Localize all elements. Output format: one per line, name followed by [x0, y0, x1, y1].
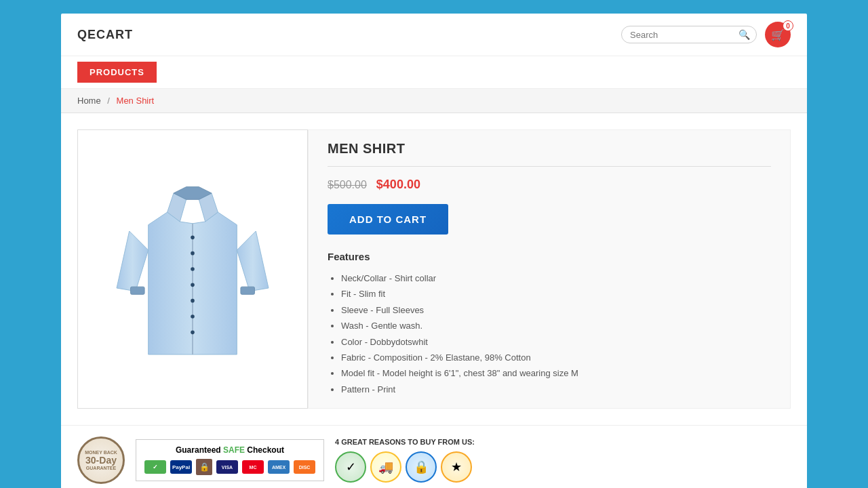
header: QECART 🔍 🛒 0: [61, 14, 807, 56]
search-button[interactable]: 🔍: [738, 29, 750, 40]
sale-price: $400.00: [376, 178, 420, 192]
list-item: Sleeve - Full Sleeves: [341, 302, 771, 318]
breadcrumb-home[interactable]: Home: [77, 96, 101, 106]
product-image: [111, 174, 274, 364]
page-wrapper: QECART 🔍 🛒 0 PRODUCTS Home / Men Shirt: [61, 14, 807, 488]
paypal-icon: PayPal: [170, 460, 192, 474]
search-bar: 🔍: [621, 26, 757, 43]
svg-point-2: [191, 251, 195, 256]
list-item: Fit - Slim fit: [341, 286, 771, 302]
list-item: Color - Dobbydotswhit: [341, 334, 771, 350]
payment-icons: ✓ PayPal 🔒 VISA MC AMEX DISC: [144, 459, 315, 475]
safe-label: SAFE: [223, 445, 245, 455]
mastercard-icon: MC: [242, 460, 264, 474]
price-row: $500.00 $400.00: [328, 178, 771, 192]
reasons-section: 4 GREAT REASONS TO BUY FROM US: ✓ 🚚 🔒 ★: [335, 438, 475, 483]
features-list: Neck/Collar - Shirt collar Fit - Slim fi…: [328, 270, 771, 397]
delivery-badge: 🚚: [370, 451, 401, 483]
safe-checkout-title: Guaranteed SAFE Checkout: [144, 445, 315, 455]
svg-point-1: [191, 236, 195, 240]
checkout-label: Checkout: [247, 445, 284, 455]
discover-icon: DISC: [294, 460, 315, 474]
visa-check-icon: ✓: [144, 460, 166, 474]
product-image-container: [77, 129, 308, 409]
breadcrumb: Home / Men Shirt: [61, 89, 807, 113]
list-item: Wash - Gentle wash.: [341, 318, 771, 333]
list-item: Pattern - Print: [341, 382, 771, 397]
list-item: Fabric - Composition - 2% Elastane, 98% …: [341, 350, 771, 365]
product-area: MEN SHIRT $500.00 $400.00 ADD TO CART Fe…: [61, 113, 807, 425]
logo: QECART: [77, 28, 133, 42]
features-heading: Features: [328, 251, 771, 262]
guarantee-line1: MONEY BACK: [85, 450, 117, 455]
cart-button[interactable]: 🛒 0: [765, 22, 791, 47]
svg-rect-8: [131, 287, 145, 294]
list-item: Neck/Collar - Shirt collar: [341, 270, 771, 286]
security-badge: 🔒: [406, 451, 437, 483]
header-right: 🔍 🛒 0: [621, 22, 791, 47]
breadcrumb-separator: /: [107, 96, 110, 106]
search-icon: 🔍: [738, 29, 750, 40]
original-price: $500.00: [328, 179, 367, 191]
list-item: Model fit - Model height is 6'1", chest …: [341, 365, 771, 381]
search-input[interactable]: [630, 30, 738, 40]
product-details: MEN SHIRT $500.00 $400.00 ADD TO CART Fe…: [308, 129, 791, 409]
svg-point-4: [191, 283, 195, 287]
lock-icon: 🔒: [196, 459, 212, 475]
guarantee-line3: GUARANTEE: [86, 466, 116, 470]
satisfaction-badge: ✓: [335, 451, 366, 483]
svg-point-3: [191, 267, 195, 271]
cart-icon: 🛒: [771, 28, 785, 41]
quality-badge: ★: [441, 451, 472, 483]
reasons-title: 4 GREAT REASONS TO BUY FROM US:: [335, 438, 475, 446]
breadcrumb-current: Men Shirt: [117, 96, 155, 106]
reasons-icons: ✓ 🚚 🔒 ★: [335, 451, 475, 483]
visa-icon: VISA: [216, 460, 238, 474]
guarantee-line2: 30-Day: [85, 455, 117, 466]
guaranteed-label: Guaranteed: [176, 445, 221, 455]
svg-point-7: [191, 331, 195, 335]
product-title: MEN SHIRT: [328, 141, 771, 167]
guarantee-badge: MONEY BACK 30-Day GUARANTEE: [77, 436, 125, 484]
amex-icon: AMEX: [268, 460, 290, 474]
products-nav-button[interactable]: PRODUCTS: [77, 62, 157, 83]
cart-count: 0: [783, 20, 793, 31]
svg-point-5: [191, 299, 195, 303]
trust-badges: MONEY BACK 30-Day GUARANTEE Guaranteed S…: [61, 425, 807, 488]
svg-rect-9: [241, 287, 255, 294]
svg-point-6: [191, 314, 195, 319]
safe-checkout: Guaranteed SAFE Checkout ✓ PayPal 🔒 VISA…: [136, 439, 324, 481]
add-to-cart-button[interactable]: ADD TO CART: [328, 204, 448, 235]
nav-bar: PRODUCTS: [61, 56, 807, 89]
